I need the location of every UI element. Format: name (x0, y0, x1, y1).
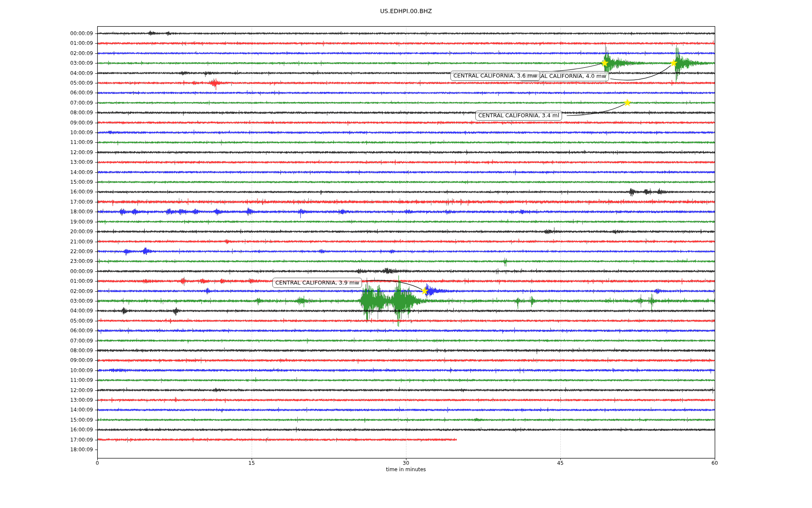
row-time-label: 09:00:09 (55, 357, 93, 363)
row-time-label: 15:00:09 (55, 417, 93, 423)
row-time-label: 17:00:09 (55, 437, 93, 443)
row-time-label: 13:00:09 (55, 159, 93, 165)
row-time-label: 11:00:09 (55, 139, 93, 145)
row-time-label: 03:00:09 (55, 298, 93, 304)
row-time-label: 02:00:09 (55, 288, 93, 294)
chart-title: US.EDHPI.00.BHZ (380, 8, 432, 14)
row-time-label: 05:00:09 (55, 80, 93, 86)
row-time-label: 09:00:09 (55, 120, 93, 126)
row-time-label: 12:00:09 (55, 387, 93, 393)
row-time-label: 12:00:09 (55, 149, 93, 155)
row-time-label: 08:00:09 (55, 348, 93, 353)
row-time-label: 20:00:09 (55, 229, 93, 235)
x-axis-title: time in minutes (386, 467, 426, 472)
row-time-label: 22:00:09 (55, 248, 93, 254)
event-label: CENTRAL CALIFORNIA, 3.4 ml (475, 110, 562, 121)
row-time-label: 01:00:09 (55, 278, 93, 284)
row-time-label: 14:00:09 (55, 169, 93, 175)
x-tick-label: 45 (557, 460, 563, 466)
seismogram-canvas (0, 0, 812, 508)
row-time-label: 00:00:09 (55, 268, 93, 274)
row-time-label: 17:00:09 (55, 199, 93, 205)
row-time-label: 18:00:09 (55, 209, 93, 215)
row-time-label: 15:00:09 (55, 179, 93, 185)
row-time-label: 00:00:09 (55, 30, 93, 36)
row-time-label: 16:00:09 (55, 427, 93, 433)
row-time-label: 08:00:09 (55, 110, 93, 116)
row-time-label: 13:00:09 (55, 397, 93, 403)
row-time-label: 01:00:09 (55, 40, 93, 46)
row-time-label: 06:00:09 (55, 328, 93, 334)
row-time-label: 11:00:09 (55, 377, 93, 383)
event-label: CENTRAL CALIFORNIA, 3.9 mw (272, 278, 362, 288)
row-time-label: 04:00:09 (55, 308, 93, 314)
row-time-label: 03:00:09 (55, 60, 93, 66)
x-tick-label: 30 (403, 460, 409, 466)
row-time-label: 16:00:09 (55, 189, 93, 195)
row-time-label: 14:00:09 (55, 407, 93, 413)
row-time-label: 07:00:09 (55, 100, 93, 106)
event-label: CENTRAL CALIFORNIA, 3.6 mw (450, 71, 540, 81)
x-tick-label: 0 (96, 460, 99, 466)
row-time-label: 19:00:09 (55, 219, 93, 225)
x-tick-label: 60 (711, 460, 718, 466)
row-time-label: 05:00:09 (55, 318, 93, 324)
row-time-label: 07:00:09 (55, 338, 93, 344)
row-time-label: 06:00:09 (55, 90, 93, 96)
row-time-label: 04:00:09 (55, 70, 93, 76)
row-time-label: 02:00:09 (55, 50, 93, 56)
row-time-label: 18:00:09 (55, 447, 93, 453)
x-tick-label: 15 (248, 460, 255, 466)
row-time-label: 10:00:09 (55, 367, 93, 373)
row-time-label: 21:00:09 (55, 239, 93, 245)
row-time-label: 23:00:09 (55, 258, 93, 264)
row-time-label: 10:00:09 (55, 130, 93, 135)
